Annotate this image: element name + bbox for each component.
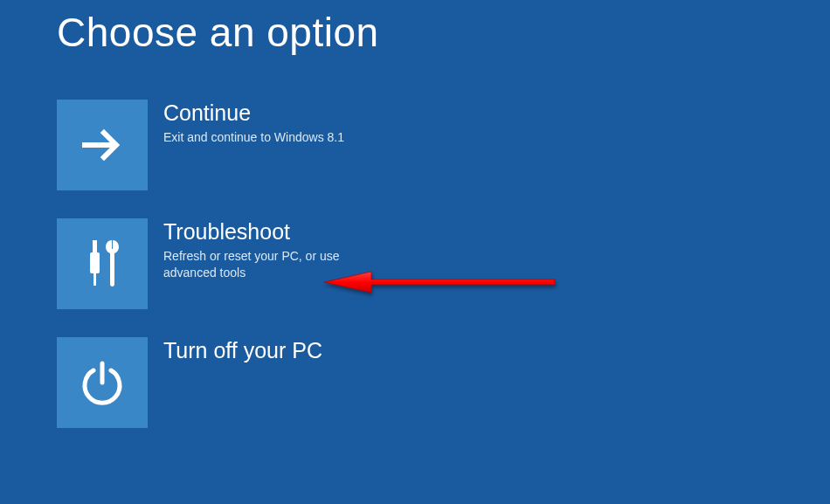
option-turn-off[interactable]: Turn off your PC: [57, 337, 322, 428]
svg-rect-1: [90, 252, 100, 273]
option-description: Refresh or reset your PC, or use advance…: [163, 248, 364, 281]
arrow-right-icon: [57, 100, 148, 190]
option-continue[interactable]: Continue Exit and continue to Windows 8.…: [57, 100, 344, 190]
option-title: Continue: [163, 100, 344, 126]
page-title: Choose an option: [57, 9, 773, 56]
svg-rect-0: [93, 240, 97, 252]
tools-icon: [57, 218, 148, 309]
option-troubleshoot[interactable]: Troubleshoot Refresh or reset your PC, o…: [57, 218, 364, 309]
power-icon: [57, 337, 148, 428]
svg-rect-2: [93, 273, 96, 286]
option-title: Turn off your PC: [163, 337, 322, 363]
option-title: Troubleshoot: [163, 218, 364, 245]
option-description: Exit and continue to Windows 8.1: [163, 129, 344, 146]
